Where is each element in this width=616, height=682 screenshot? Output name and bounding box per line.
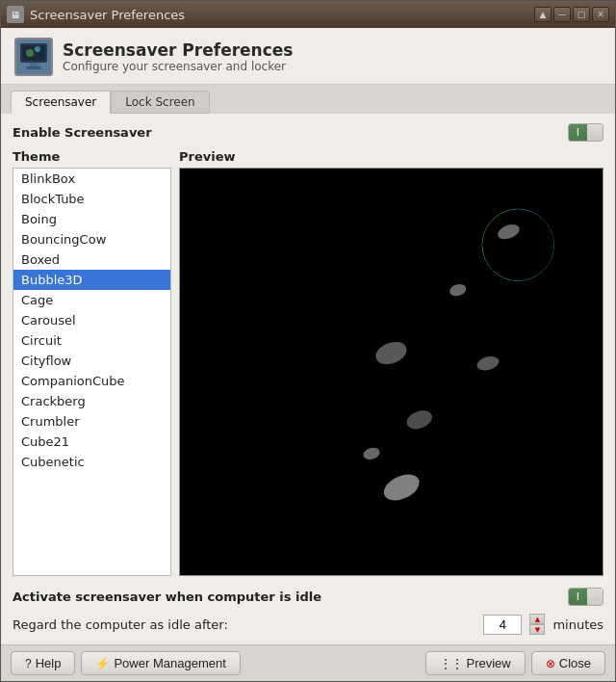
app-subtitle: Configure your screensaver and locker bbox=[63, 60, 293, 73]
header-text: Screensaver Preferences Configure your s… bbox=[63, 40, 293, 73]
close-label: Close bbox=[559, 656, 591, 670]
theme-panel: Theme BlinkBox BlockTube Boing BouncingC… bbox=[13, 149, 171, 576]
titlebar-minimize-button[interactable]: — bbox=[553, 7, 571, 22]
theme-item-cubenetic[interactable]: Cubenetic bbox=[13, 452, 170, 472]
svg-point-4 bbox=[35, 46, 40, 52]
help-button[interactable]: ? Help bbox=[11, 651, 75, 675]
theme-list[interactable]: BlinkBox BlockTube Boing BouncingCow Box… bbox=[13, 168, 171, 576]
theme-item-bouncingcow[interactable]: BouncingCow bbox=[13, 229, 170, 249]
theme-item-cage[interactable]: Cage bbox=[13, 290, 170, 310]
idle-toggle-off[interactable] bbox=[587, 589, 603, 605]
svg-point-9 bbox=[482, 209, 553, 280]
titlebar-app-icon: 🖥 bbox=[7, 6, 24, 23]
toggle-off[interactable] bbox=[587, 124, 603, 141]
titlebar-controls: ▲ — □ ✕ bbox=[534, 7, 609, 22]
idle-spin-up[interactable]: ▲ bbox=[529, 614, 545, 624]
theme-item-cube21[interactable]: Cube21 bbox=[13, 432, 170, 452]
svg-point-18 bbox=[466, 343, 533, 410]
svg-point-3 bbox=[26, 49, 34, 57]
svg-point-27 bbox=[365, 459, 474, 567]
bottom-left-buttons: ? Help ⚡ Power Management bbox=[11, 651, 241, 675]
idle-minutes-label: minutes bbox=[552, 617, 603, 632]
regard-idle-row: Regard the computer as idle after: ▲ ▼ m… bbox=[13, 614, 603, 635]
main-window: 🖥 Screensaver Preferences ▲ — □ ✕ Screen… bbox=[0, 0, 616, 682]
enable-screensaver-row: Enable Screensaver I bbox=[13, 123, 603, 142]
close-icon: ⊗ bbox=[546, 657, 555, 670]
help-label: Help bbox=[36, 656, 62, 670]
titlebar-close-button[interactable]: ✕ bbox=[592, 7, 609, 22]
theme-item-bubble3d[interactable]: Bubble3D bbox=[13, 270, 170, 290]
theme-item-crackberg[interactable]: Crackberg bbox=[13, 391, 170, 411]
preview-label: Preview bbox=[467, 656, 511, 670]
idle-spin-controls: ▲ ▼ bbox=[529, 614, 545, 635]
svg-point-12 bbox=[440, 274, 493, 330]
tab-lock-screen[interactable]: Lock Screen bbox=[111, 91, 209, 114]
theme-item-boing[interactable]: Boing bbox=[13, 209, 170, 229]
power-management-button[interactable]: ⚡ Power Management bbox=[81, 651, 240, 675]
help-icon: ? bbox=[25, 657, 32, 670]
titlebar-up-button[interactable]: ▲ bbox=[534, 7, 552, 22]
preview-panel: Preview bbox=[179, 149, 603, 576]
main-content: Enable Screensaver I Theme BlinkBox Bloc… bbox=[1, 114, 615, 644]
theme-item-circuit[interactable]: Circuit bbox=[13, 330, 170, 351]
preview-button[interactable]: ⋮⋮ Preview bbox=[425, 651, 526, 675]
titlebar-title: Screensaver Preferences bbox=[30, 8, 185, 22]
theme-item-blocktube[interactable]: BlockTube bbox=[13, 189, 170, 209]
theme-item-companioncube[interactable]: CompanionCube bbox=[13, 371, 170, 391]
idle-toggle-on[interactable]: I bbox=[569, 589, 587, 605]
idle-activation-row: Activate screensaver when computer is id… bbox=[13, 584, 603, 606]
idle-activation-label: Activate screensaver when computer is id… bbox=[13, 590, 321, 604]
theme-item-crumbler[interactable]: Crumbler bbox=[13, 411, 170, 432]
bottom-right-buttons: ⋮⋮ Preview ⊗ Close bbox=[425, 651, 606, 675]
svg-rect-5 bbox=[30, 63, 38, 66]
close-button[interactable]: ⊗ Close bbox=[531, 651, 605, 675]
idle-toggle[interactable]: I bbox=[568, 588, 603, 606]
theme-item-boxed[interactable]: Boxed bbox=[13, 249, 170, 270]
enable-screensaver-toggle[interactable]: I bbox=[568, 123, 603, 142]
header-area: Screensaver Preferences Configure your s… bbox=[1, 28, 615, 85]
app-icon bbox=[14, 38, 53, 76]
theme-header: Theme bbox=[13, 149, 171, 164]
preview-canvas bbox=[179, 168, 603, 576]
bottom-bar: ? Help ⚡ Power Management ⋮⋮ Preview ⊗ C… bbox=[1, 644, 615, 681]
titlebar-maximize-button[interactable]: □ bbox=[573, 7, 590, 22]
theme-preview-area: Theme BlinkBox BlockTube Boing BouncingC… bbox=[13, 149, 603, 576]
enable-screensaver-label: Enable Screensaver bbox=[13, 125, 152, 140]
power-icon: ⚡ bbox=[95, 657, 110, 670]
toggle-on[interactable]: I bbox=[569, 124, 587, 141]
preview-svg bbox=[180, 169, 603, 575]
power-management-label: Power Management bbox=[114, 656, 225, 670]
theme-item-cityflow[interactable]: Cityflow bbox=[13, 351, 170, 371]
theme-item-blinkbox[interactable]: BlinkBox bbox=[13, 169, 170, 189]
regard-idle-label: Regard the computer as idle after: bbox=[13, 617, 475, 632]
preview-header: Preview bbox=[179, 149, 603, 164]
app-title: Screensaver Preferences bbox=[63, 40, 293, 60]
svg-rect-6 bbox=[26, 66, 41, 69]
titlebar: 🖥 Screensaver Preferences ▲ — □ ✕ bbox=[1, 1, 615, 28]
tabs-bar: Screensaver Lock Screen bbox=[1, 85, 615, 114]
preview-icon: ⋮⋮ bbox=[440, 657, 463, 670]
titlebar-left: 🖥 Screensaver Preferences bbox=[7, 6, 185, 23]
idle-spin-down[interactable]: ▼ bbox=[529, 624, 545, 635]
idle-minutes-input[interactable] bbox=[483, 615, 522, 635]
tab-screensaver[interactable]: Screensaver bbox=[11, 91, 111, 114]
theme-item-carousel[interactable]: Carousel bbox=[13, 310, 170, 330]
